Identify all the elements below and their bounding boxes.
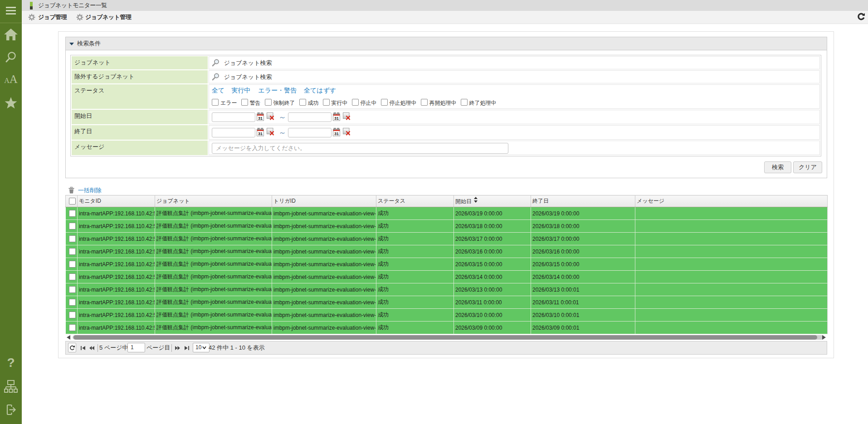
svg-text:31: 31 bbox=[334, 116, 339, 120]
svg-text:31: 31 bbox=[334, 131, 339, 136]
svg-text:31: 31 bbox=[258, 131, 263, 136]
svg-text:31: 31 bbox=[258, 116, 263, 120]
